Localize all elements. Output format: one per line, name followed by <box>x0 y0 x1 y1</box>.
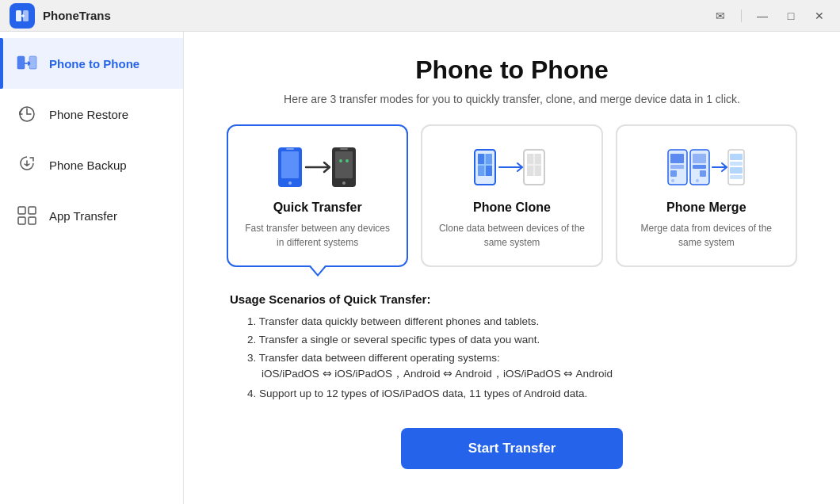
sidebar: Phone to Phone Phone Restore <box>0 32 184 504</box>
quick-transfer-icon <box>274 142 361 193</box>
content-area: Phone to Phone Here are 3 transfer modes… <box>184 32 840 504</box>
svg-point-13 <box>288 181 292 185</box>
svg-rect-35 <box>670 165 684 169</box>
svg-rect-46 <box>730 167 743 174</box>
svg-rect-16 <box>335 151 353 178</box>
svg-point-20 <box>346 159 349 162</box>
quick-transfer-card[interactable]: Quick Transfer Fast transfer between any… <box>227 124 408 267</box>
main-layout: Phone to Phone Phone Restore <box>0 32 840 504</box>
phone-clone-desc: Clone data between devices of the same s… <box>435 221 588 250</box>
usage-item-4: 4. Support up to 12 types of iOS/iPadOS … <box>246 388 794 399</box>
quick-transfer-title: Quick Transfer <box>273 200 362 215</box>
phone-merge-title: Phone Merge <box>666 200 746 215</box>
transfer-mode-cards: Quick Transfer Fast transfer between any… <box>227 124 797 267</box>
usage-section: Usage Scenarios of Quick Transfer: 1. Tr… <box>227 292 797 406</box>
sidebar-item-app-transfer[interactable]: App Transfer <box>0 190 183 241</box>
sidebar-item-phone-to-phone[interactable]: Phone to Phone <box>0 38 183 89</box>
minimize-button[interactable]: — <box>751 5 773 27</box>
close-button[interactable]: ✕ <box>808 5 830 27</box>
usage-item-2: 2. Transfer a single or several specific… <box>246 334 794 346</box>
quick-transfer-desc: Fast transfer between any devices in dif… <box>241 221 394 250</box>
sidebar-label-phone-restore: Phone Restore <box>49 108 128 121</box>
title-bar-left: PhoneTrans <box>10 3 111 29</box>
phone-restore-icon <box>16 103 38 125</box>
usage-item-3: 3. Transfer data between different opera… <box>246 352 794 381</box>
svg-rect-12 <box>281 151 299 178</box>
page-subtitle: Here are 3 transfer modes for you to qui… <box>284 93 740 105</box>
svg-point-37 <box>671 179 674 182</box>
usage-item-1: 1. Transfer data quickly between differe… <box>246 315 794 327</box>
app-logo <box>10 3 35 29</box>
sidebar-label-phone-to-phone: Phone to Phone <box>49 57 139 71</box>
title-bar: PhoneTrans ✉ — □ ✕ <box>0 0 840 32</box>
svg-rect-25 <box>478 166 484 176</box>
svg-rect-2 <box>17 56 25 69</box>
svg-rect-44 <box>730 154 743 160</box>
svg-rect-47 <box>730 175 743 179</box>
title-bar-controls: ✉ — □ ✕ <box>709 5 830 27</box>
phone-clone-card[interactable]: Phone Clone Clone data between devices o… <box>421 124 602 267</box>
usage-item-3-sub: iOS/iPadOS ⇔ iOS/iPadOS，Android ⇔ Androi… <box>262 367 794 381</box>
start-transfer-button[interactable]: Start Transfer <box>401 428 623 469</box>
svg-rect-39 <box>693 154 706 163</box>
svg-rect-24 <box>486 154 492 164</box>
svg-rect-10 <box>29 217 36 224</box>
svg-rect-0 <box>16 10 21 21</box>
svg-point-19 <box>339 159 342 162</box>
svg-rect-14 <box>286 148 294 150</box>
phone-merge-desc: Merge data from devices of the same syst… <box>630 221 783 250</box>
svg-rect-30 <box>535 154 541 164</box>
app-title: PhoneTrans <box>43 9 111 22</box>
svg-point-17 <box>342 181 346 185</box>
phone-clone-title: Phone Clone <box>473 200 551 215</box>
svg-rect-45 <box>730 162 743 166</box>
phone-to-phone-icon <box>16 52 38 74</box>
sidebar-item-phone-backup[interactable]: Phone Backup <box>0 139 183 190</box>
page-title: Phone to Phone <box>415 55 609 85</box>
svg-rect-36 <box>670 170 677 177</box>
svg-rect-26 <box>486 166 492 176</box>
svg-rect-7 <box>18 207 25 214</box>
svg-rect-31 <box>527 166 533 176</box>
svg-rect-18 <box>340 148 348 150</box>
sidebar-label-phone-backup: Phone Backup <box>49 158 127 172</box>
svg-rect-8 <box>29 207 36 214</box>
phone-backup-icon <box>16 154 38 176</box>
svg-rect-29 <box>527 154 533 164</box>
phone-clone-icon <box>472 142 552 193</box>
svg-rect-23 <box>478 154 484 164</box>
svg-rect-9 <box>18 217 25 224</box>
phone-merge-card[interactable]: Phone Merge Merge data from devices of t… <box>616 124 797 267</box>
svg-rect-32 <box>535 166 541 176</box>
svg-rect-34 <box>670 154 684 163</box>
sidebar-label-app-transfer: App Transfer <box>49 209 117 223</box>
svg-rect-4 <box>29 56 36 69</box>
usage-title: Usage Scenarios of Quick Transfer: <box>230 292 794 306</box>
svg-point-42 <box>696 179 699 182</box>
svg-rect-41 <box>700 170 706 177</box>
maximize-button[interactable]: □ <box>780 5 802 27</box>
app-transfer-icon <box>16 204 38 227</box>
usage-list: 1. Transfer data quickly between differe… <box>230 315 794 399</box>
email-button[interactable]: ✉ <box>709 5 731 27</box>
sidebar-item-phone-restore[interactable]: Phone Restore <box>0 89 183 139</box>
phone-merge-icon <box>666 142 746 193</box>
svg-rect-40 <box>693 165 706 169</box>
